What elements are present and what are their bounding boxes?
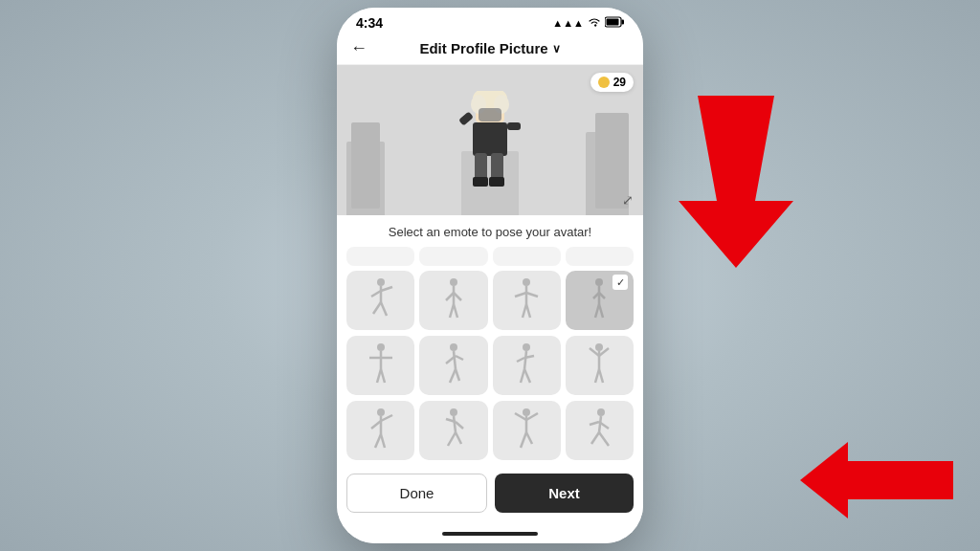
battery-icon (605, 16, 624, 30)
svg-line-59 (456, 369, 459, 381)
svg-line-62 (517, 358, 524, 362)
svg-line-55 (454, 351, 456, 369)
svg-rect-20 (507, 122, 521, 130)
svg-point-72 (377, 408, 385, 416)
svg-line-79 (454, 416, 456, 432)
phone-frame: 4:34 ▲▲▲ ← Edit Profile Pictu (337, 8, 643, 543)
svg-point-43 (595, 278, 603, 286)
svg-line-57 (456, 356, 463, 360)
avatar-preview-area: 29 (337, 65, 643, 215)
svg-line-81 (456, 422, 463, 429)
svg-line-53 (381, 369, 385, 383)
svg-point-31 (450, 278, 457, 286)
next-button[interactable]: Next (495, 474, 634, 513)
svg-line-65 (524, 369, 530, 383)
status-time: 4:34 (356, 15, 383, 31)
svg-point-84 (523, 408, 530, 416)
svg-marker-1 (800, 442, 953, 518)
emote-hint: Select an emote to pose your avatar! (346, 225, 634, 239)
emote-arms-out[interactable] (493, 271, 561, 330)
avatar-figure (452, 91, 528, 209)
svg-rect-18 (473, 122, 507, 156)
svg-line-40 (526, 293, 538, 297)
emote-lean[interactable] (493, 336, 561, 395)
status-bar: 4:34 ▲▲▲ (337, 8, 643, 34)
svg-line-71 (599, 369, 603, 383)
emote-grid-row2 (346, 336, 634, 395)
svg-line-76 (375, 434, 381, 448)
svg-rect-4 (607, 19, 619, 26)
svg-line-74 (371, 421, 381, 429)
svg-rect-24 (489, 177, 504, 187)
svg-line-61 (524, 351, 526, 369)
svg-line-94 (591, 432, 599, 444)
emote-cheer[interactable] (493, 401, 561, 460)
svg-line-42 (526, 304, 530, 318)
emote-run[interactable] (419, 401, 487, 460)
emote-panel: Select an emote to pose your avatar! (337, 215, 643, 466)
svg-line-88 (521, 432, 526, 448)
svg-line-75 (381, 415, 392, 421)
svg-point-25 (377, 278, 385, 286)
svg-line-64 (521, 369, 524, 383)
coin-count: 29 (613, 76, 626, 89)
svg-point-37 (523, 278, 530, 286)
home-indicator (337, 528, 643, 543)
svg-line-95 (599, 432, 609, 446)
svg-line-89 (526, 432, 532, 444)
svg-line-82 (448, 432, 456, 446)
svg-line-28 (381, 287, 392, 291)
svg-rect-19 (458, 111, 474, 125)
chevron-down-icon[interactable]: ∨ (552, 42, 561, 55)
coin-icon (598, 77, 610, 88)
arrow-down-indicator (679, 96, 793, 268)
svg-point-49 (377, 343, 385, 351)
emote-stand[interactable] (419, 271, 487, 330)
header-title: Edit Profile Picture ∨ (419, 40, 560, 56)
svg-point-78 (450, 408, 457, 416)
svg-line-39 (515, 293, 526, 297)
svg-line-77 (381, 434, 385, 448)
emote-tpose[interactable] (346, 336, 414, 395)
svg-point-60 (523, 343, 530, 351)
header-title-text: Edit Profile Picture (419, 40, 547, 56)
emote-dance[interactable] (419, 336, 487, 395)
svg-point-54 (450, 343, 457, 351)
bottom-buttons: Done Next (337, 466, 643, 528)
status-icons: ▲▲▲ (552, 16, 624, 30)
emote-arms-up[interactable] (566, 336, 634, 395)
arrow-right-indicator (800, 442, 953, 518)
svg-point-66 (595, 343, 603, 351)
page-header: ← Edit Profile Picture ∨ (337, 34, 643, 65)
svg-line-27 (371, 291, 381, 297)
emote-grid-row3 (346, 401, 634, 460)
svg-line-29 (373, 302, 381, 314)
expand-icon[interactable]: ⤢ (622, 192, 634, 208)
emote-wave[interactable] (346, 401, 414, 460)
coin-badge: 29 (590, 73, 634, 92)
svg-point-90 (597, 408, 605, 416)
wifi-icon (588, 16, 601, 30)
svg-line-36 (454, 304, 457, 318)
svg-rect-8 (351, 122, 380, 209)
avatar-svg (452, 91, 528, 206)
svg-line-30 (381, 302, 387, 316)
svg-rect-23 (473, 177, 488, 187)
back-button[interactable]: ← (350, 38, 368, 58)
done-button[interactable]: Done (346, 474, 487, 513)
svg-line-83 (456, 432, 461, 444)
emote-neutral[interactable] (566, 271, 634, 330)
svg-line-92 (590, 422, 599, 425)
emote-kick2[interactable] (566, 401, 634, 460)
emote-grid-row1 (346, 271, 634, 330)
svg-rect-3 (622, 20, 625, 25)
svg-marker-0 (679, 96, 793, 268)
emote-kick[interactable] (346, 271, 414, 330)
signal-icon: ▲▲▲ (552, 17, 584, 29)
svg-rect-17 (479, 108, 501, 121)
svg-line-48 (599, 304, 603, 318)
home-bar (442, 532, 538, 536)
svg-line-58 (450, 369, 456, 383)
